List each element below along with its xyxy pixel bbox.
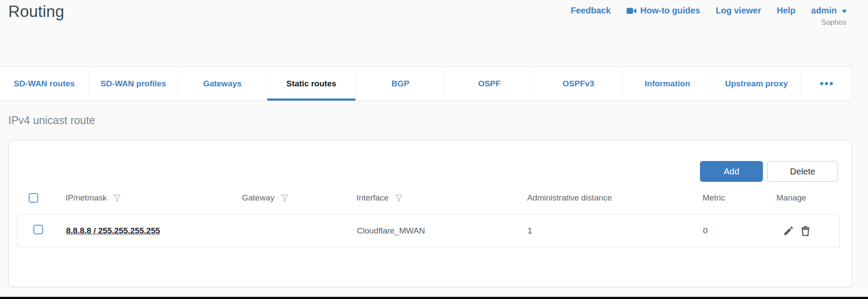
table-actions: Add Delete xyxy=(700,161,838,182)
tab-label: Static routes xyxy=(286,79,336,89)
top-header: Routing Feedback How-to guides Log viewe… xyxy=(0,0,868,52)
admin-menu[interactable]: admin xyxy=(811,6,847,16)
log-viewer-link[interactable]: Log viewer xyxy=(716,6,761,16)
ellipsis-icon xyxy=(830,82,833,85)
filter-icon[interactable] xyxy=(112,193,122,203)
tab-label: Gateways xyxy=(203,79,242,89)
column-header-manage: Manage xyxy=(776,193,851,203)
edit-icon[interactable] xyxy=(783,225,794,237)
tab-upstream-proxy[interactable]: Upstream proxy xyxy=(712,67,801,100)
route-ip-netmask-link[interactable]: 8.8.8.8 / 255.255.255.255 xyxy=(66,226,160,235)
tab-label: SD-WAN routes xyxy=(14,79,75,89)
column-header-interface: Interface xyxy=(356,193,527,203)
chevron-down-icon xyxy=(842,6,847,16)
page-title: Routing xyxy=(8,3,64,21)
tab-label: Upstream proxy xyxy=(725,79,788,89)
filter-icon[interactable] xyxy=(394,193,404,203)
tab-sd-wan-routes[interactable]: SD-WAN routes xyxy=(0,67,89,100)
ellipsis-icon xyxy=(825,82,828,85)
route-metric-value: 0 xyxy=(703,226,777,236)
feedback-link-label: Feedback xyxy=(571,6,611,16)
tab-bgp[interactable]: BGP xyxy=(356,67,445,100)
help-label: Help xyxy=(777,6,795,16)
help-link[interactable]: Help xyxy=(777,6,795,16)
tab-label: OSPFv3 xyxy=(563,79,594,89)
tab-label: Information xyxy=(645,79,690,89)
tab-ospf[interactable]: OSPF xyxy=(445,67,534,100)
add-button[interactable]: Add xyxy=(700,161,763,182)
log-viewer-label: Log viewer xyxy=(716,6,761,16)
column-header-label: Gateway xyxy=(242,193,274,203)
org-label: Sophos xyxy=(571,18,847,27)
tab-sd-wan-profiles[interactable]: SD-WAN profiles xyxy=(89,67,178,100)
delete-button[interactable]: Delete xyxy=(767,161,838,182)
column-header-administrative-distance: Administrative distance xyxy=(527,193,703,203)
tab-ospfv3[interactable]: OSPFv3 xyxy=(534,67,623,100)
column-header-metric: Metric xyxy=(703,193,776,203)
tab-label: SD-WAN profiles xyxy=(101,79,166,89)
trash-icon[interactable] xyxy=(800,225,811,237)
tab-information[interactable]: Information xyxy=(623,67,712,100)
tab-gateways[interactable]: Gateways xyxy=(178,67,267,100)
top-nav: Feedback How-to guides Log viewer Help a… xyxy=(571,6,847,27)
column-header-gateway: Gateway xyxy=(242,193,356,203)
static-routes-card: Add Delete IP/netmask Gateway Interface … xyxy=(8,140,852,287)
route-interface-value: Cloudflare_MWAN xyxy=(357,226,528,236)
tab-static-routes[interactable]: Static routes xyxy=(267,67,356,100)
routing-tabbar: SD-WAN routes SD-WAN profiles Gateways S… xyxy=(0,66,852,101)
row-checkbox[interactable] xyxy=(33,225,43,234)
column-header-label: Interface xyxy=(356,193,389,203)
tab-label: BGP xyxy=(391,79,409,89)
column-header-label: Administrative distance xyxy=(527,193,612,203)
tab-label: OSPF xyxy=(478,79,501,89)
route-administrative-distance-value: 1 xyxy=(528,226,703,236)
ellipsis-icon xyxy=(820,82,823,85)
column-header-ip-netmask: IP/netmask xyxy=(66,193,242,203)
feedback-link[interactable]: Feedback xyxy=(571,6,611,16)
column-header-label: IP/netmask xyxy=(66,193,107,203)
video-camera-icon xyxy=(627,7,637,14)
column-header-label: Manage xyxy=(776,193,806,203)
filter-icon[interactable] xyxy=(280,193,290,203)
column-header-label: Metric xyxy=(703,193,725,203)
select-all-checkbox[interactable] xyxy=(29,193,38,203)
howto-guides-label: How-to guides xyxy=(640,6,700,16)
table-row: 8.8.8.8 / 255.255.255.255 Cloudflare_MWA… xyxy=(17,214,840,247)
window-bottom-edge xyxy=(0,297,868,299)
table-header-row: IP/netmask Gateway Interface Administrat… xyxy=(9,190,851,206)
admin-menu-label: admin xyxy=(811,6,837,16)
howto-guides-link[interactable]: How-to guides xyxy=(627,6,700,16)
more-tabs-button[interactable] xyxy=(801,67,852,100)
section-heading: IPv4 unicast route xyxy=(8,114,95,127)
